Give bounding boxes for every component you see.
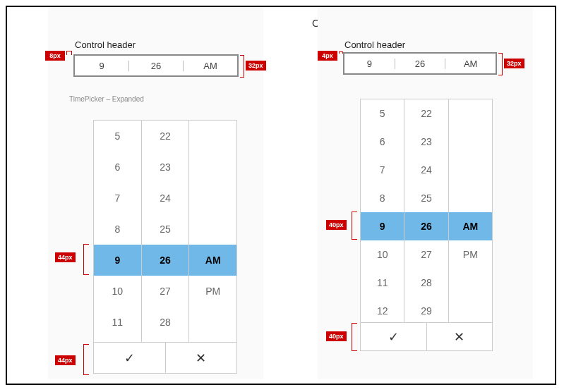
picker-cell[interactable]: 11 <box>361 269 404 297</box>
bracket-4px <box>339 51 343 54</box>
period-column[interactable]: AMPM <box>189 121 236 342</box>
picker-cell[interactable] <box>189 183 236 214</box>
picker-cell[interactable]: 25 <box>404 184 448 212</box>
bracket-32px <box>498 53 503 75</box>
period-column[interactable]: AMPM <box>449 99 492 322</box>
picker-columns: 56789101112 2223242526272829 AMPM <box>94 121 236 342</box>
check-icon: ✓ <box>388 329 399 345</box>
panel-october2018: Control header 4px 9 26 AM 32px 56789101… <box>318 7 533 379</box>
cancel-button[interactable]: ✕ <box>166 343 237 373</box>
picker-cell[interactable] <box>189 214 236 245</box>
picker-cell[interactable]: 27 <box>142 276 189 307</box>
picker-cell[interactable]: 9 <box>94 245 141 276</box>
bracket-44px-footer <box>83 344 89 375</box>
comparison-frame: Previous Releases of Windows 10 October … <box>6 6 556 385</box>
picker-cell[interactable]: 12 <box>361 297 404 322</box>
panel-previous: Control header 8px 9 26 AM 32px TimePick… <box>48 7 263 379</box>
cancel-button[interactable]: ✕ <box>427 323 493 350</box>
picker-cell[interactable] <box>449 99 492 128</box>
control-header-label: Control header <box>75 39 263 50</box>
collapsed-hour[interactable]: 9 <box>75 61 129 71</box>
picker-cell[interactable]: 11 <box>94 307 141 338</box>
time-picker-collapsed[interactable]: 9 26 AM <box>343 52 497 75</box>
picker-cell[interactable]: 10 <box>361 240 404 269</box>
accept-button[interactable]: ✓ <box>361 323 427 350</box>
picker-cell[interactable]: 6 <box>361 128 404 156</box>
picker-cell[interactable]: PM <box>189 276 236 307</box>
hour-column[interactable]: 56789101112 <box>94 121 142 342</box>
accept-button[interactable]: ✓ <box>94 343 166 373</box>
picker-cell[interactable]: 25 <box>142 214 189 245</box>
picker-footer: ✓ ✕ <box>94 342 236 373</box>
picker-cell[interactable]: 5 <box>94 121 141 152</box>
picker-cell[interactable] <box>189 307 236 338</box>
picker-cell[interactable] <box>189 152 236 183</box>
anno-collapsed-32px: 32px <box>246 61 266 71</box>
picker-cell[interactable]: 10 <box>94 276 141 307</box>
picker-cell[interactable]: 7 <box>361 156 404 184</box>
bracket-8px <box>66 51 72 55</box>
anno-row-40px: 40px <box>326 220 347 230</box>
hour-column[interactable]: 5678910111213 <box>361 99 404 322</box>
picker-cell[interactable]: PM <box>449 240 492 269</box>
picker-cell[interactable]: 27 <box>404 240 448 269</box>
picker-cell[interactable]: 23 <box>142 152 189 183</box>
picker-columns: 5678910111213 222324252627282930 AMPM <box>361 99 492 322</box>
picker-cell[interactable]: 6 <box>94 152 141 183</box>
close-icon: ✕ <box>454 329 464 345</box>
collapsed-period[interactable]: AM <box>184 61 237 71</box>
picker-cell[interactable]: 9 <box>361 212 404 240</box>
anno-header-gap-4px: 4px <box>318 51 337 61</box>
time-picker-expanded[interactable]: 56789101112 2223242526272829 AMPM ✓ ✕ <box>93 120 237 374</box>
collapsed-period[interactable]: AM <box>445 59 496 69</box>
bracket-40px-row <box>352 212 357 240</box>
picker-cell[interactable]: AM <box>189 245 236 276</box>
picker-cell[interactable]: 8 <box>94 214 141 245</box>
picker-cell[interactable] <box>449 269 492 297</box>
picker-cell[interactable] <box>449 156 492 184</box>
close-icon: ✕ <box>196 350 206 366</box>
minute-column[interactable]: 222324252627282930 <box>404 99 448 322</box>
picker-cell[interactable]: 29 <box>404 297 448 322</box>
picker-cell[interactable]: 28 <box>404 269 448 297</box>
time-picker-collapsed[interactable]: 9 26 AM <box>73 54 239 77</box>
bracket-40px-footer <box>352 323 357 351</box>
minute-column[interactable]: 2223242526272829 <box>142 121 190 342</box>
picker-cell[interactable] <box>449 297 492 322</box>
picker-cell[interactable]: 28 <box>142 307 189 338</box>
anno-collapsed-32px: 32px <box>504 59 524 68</box>
picker-cell[interactable]: 22 <box>142 121 189 152</box>
picker-cell[interactable]: 29 <box>142 338 189 342</box>
collapsed-minute[interactable]: 26 <box>395 59 446 69</box>
anno-footer-44px: 44px <box>55 355 76 365</box>
picker-cell[interactable]: 22 <box>404 99 448 128</box>
anno-row-44px: 44px <box>55 252 76 262</box>
bracket-44px-row <box>83 244 89 275</box>
picker-footer: ✓ ✕ <box>361 322 492 350</box>
picker-cell[interactable] <box>189 338 236 342</box>
picker-cell[interactable]: 26 <box>404 212 448 240</box>
anno-footer-40px: 40px <box>326 331 347 341</box>
picker-cell[interactable]: AM <box>449 212 492 240</box>
picker-cell[interactable]: 24 <box>404 156 448 184</box>
picker-cell[interactable]: 12 <box>94 338 141 342</box>
picker-cell[interactable]: 26 <box>142 245 189 276</box>
sublabel-expanded: TimePicker – Expanded <box>69 95 263 103</box>
picker-cell[interactable] <box>449 128 492 156</box>
anno-header-gap-8px: 8px <box>45 51 65 61</box>
check-icon: ✓ <box>124 350 135 366</box>
picker-cell[interactable]: 23 <box>404 128 448 156</box>
picker-cell[interactable] <box>449 184 492 212</box>
collapsed-hour[interactable]: 9 <box>344 59 395 69</box>
control-header-label: Control header <box>344 39 533 50</box>
bracket-32px <box>240 55 244 78</box>
picker-cell[interactable] <box>189 121 236 152</box>
picker-cell[interactable]: 5 <box>361 99 404 128</box>
picker-cell[interactable]: 8 <box>361 184 404 212</box>
collapsed-minute[interactable]: 26 <box>129 61 184 71</box>
picker-cell[interactable]: 24 <box>142 183 189 214</box>
time-picker-expanded[interactable]: 5678910111213 222324252627282930 AMPM ✓ … <box>360 99 493 351</box>
picker-cell[interactable]: 7 <box>94 183 141 214</box>
